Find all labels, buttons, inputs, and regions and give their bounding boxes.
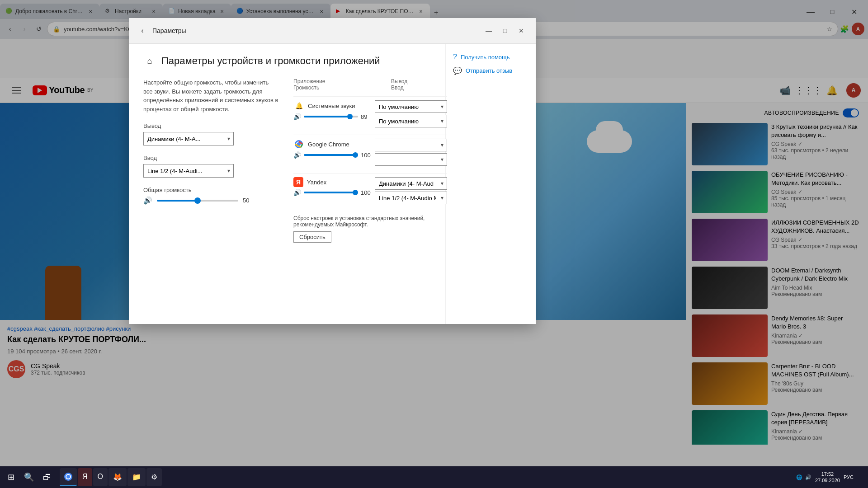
app-info-chrome: Google Chrome 🔊 100	[293, 139, 375, 159]
volume-icon[interactable]: 🔊	[805, 474, 811, 480]
app-icon-yandex: Я	[293, 177, 303, 187]
reset-description: Сброс настроек и установка стандартных з…	[293, 215, 447, 228]
app-vol-icon-system: 🔊	[293, 113, 301, 120]
yandex-input-select[interactable]: Line 1/2 (4- M-Audio M	[375, 192, 447, 204]
app-vol-icon-chrome: 🔊	[293, 151, 301, 159]
app-row-yandex: Я Yandex 🔊 100	[293, 173, 447, 204]
reset-section: Сброс настроек и установка стандартных з…	[293, 215, 447, 243]
chrome-output-wrapper	[375, 139, 447, 151]
system-input-wrapper: По умолчанию	[375, 115, 447, 127]
taskbar-chrome[interactable]	[60, 468, 77, 486]
input-label: Ввод	[143, 155, 279, 161]
yandex-output-select[interactable]: Динамики (4- M-Aud	[375, 177, 447, 190]
taskbar-lang[interactable]: РУС	[844, 474, 854, 480]
master-volume-value: 50	[243, 197, 255, 204]
output-device-select[interactable]: Динамики (4- М-А...	[143, 132, 234, 145]
dialog-title: Параметры	[152, 27, 186, 34]
system-input-select[interactable]: По умолчанию	[375, 115, 447, 127]
chrome-input-select[interactable]	[375, 153, 447, 166]
app-vol-slider-system[interactable]	[304, 116, 358, 117]
search-button[interactable]: 🔍	[20, 468, 38, 486]
dialog-main: ⌂ Параметры устройств и громкости прилож…	[129, 44, 445, 324]
help-icon-1: ?	[453, 53, 457, 61]
help-link-1[interactable]: ? Получить помощь	[453, 53, 528, 61]
taskbar: ⊞ 🔍 🗗 Я O 🦊 📁 ⚙ 🌐 🔊 17:52 27.09.2020 РУС	[0, 466, 868, 488]
input-device-select[interactable]: Line 1/2 (4- M-Audi...	[143, 164, 234, 178]
dialog-title-left: ‹ Параметры	[136, 24, 186, 37]
app-vol-slider-chrome[interactable]	[304, 154, 358, 156]
taskbar-time: 17:52	[815, 471, 840, 477]
app-selects-yandex: Динамики (4- M-Aud Line 1/2 (4- M-Audio …	[375, 177, 447, 204]
master-volume-label: Общая громкость	[143, 187, 279, 193]
app-row-system: 🔔 Системные звуки 🔊 89	[293, 96, 447, 127]
dialog-titlebar: ‹ Параметры — □ ✕	[129, 18, 536, 44]
help-link-2[interactable]: 💬 Отправить отзыв	[453, 66, 528, 75]
app-row-chrome: Google Chrome 🔊 100	[293, 135, 447, 166]
dialog-window-controls: — □ ✕	[481, 23, 528, 38]
master-volume-slider[interactable]	[157, 200, 238, 202]
app-vol-header: Приложение Громкость Вывод Ввод	[293, 78, 447, 93]
taskbar-opera[interactable]: O	[93, 468, 108, 486]
app-selects-system: По умолчанию По умолчанию	[375, 100, 447, 127]
app-col-output-label: Вывод	[391, 78, 407, 84]
app-name-row-system: 🔔 Системные звуки	[293, 100, 375, 111]
app-vol-value-yandex: 100	[361, 189, 373, 196]
app-name-row-yandex: Я Yandex	[293, 177, 375, 187]
taskbar-firefox[interactable]: 🦊	[108, 468, 127, 486]
dialog-back-button[interactable]: ‹	[136, 24, 149, 37]
dialog-page-header: ⌂ Параметры устройств и громкости прилож…	[143, 55, 431, 67]
chrome-input-wrapper	[375, 153, 447, 166]
taskbar-settings[interactable]: ⚙	[146, 468, 162, 486]
yandex-output-wrapper: Динамики (4- M-Aud	[375, 177, 447, 190]
taskbar-icons: 🌐 🔊	[796, 474, 811, 480]
app-vol-icon-yandex: 🔊	[293, 189, 301, 196]
start-button[interactable]: ⊞	[2, 468, 20, 486]
chrome-output-select[interactable]	[375, 139, 447, 151]
taskbar-date: 27.09.2020	[815, 477, 840, 483]
dialog-overlay: ‹ Параметры — □ ✕ ⌂ Параметры устройств …	[0, 0, 868, 466]
output-section: Вывод Динамики (4- М-А...	[143, 122, 279, 145]
app-col-input-label: Ввод	[391, 84, 407, 91]
taskbar-time-block: 17:52 27.09.2020	[815, 471, 840, 484]
taskbar-yandex[interactable]: Я	[78, 468, 92, 486]
svg-point-8	[66, 475, 70, 479]
network-icon[interactable]: 🌐	[796, 474, 802, 480]
app-vol-value-system: 89	[361, 113, 373, 120]
dialog-page-title: Параметры устройств и громкости приложен…	[161, 55, 380, 67]
app-info-system: 🔔 Системные звуки 🔊 89	[293, 100, 375, 120]
system-output-select[interactable]: По умолчанию	[375, 100, 447, 113]
dialog-close-btn[interactable]: ✕	[514, 23, 528, 38]
app-name-chrome: Google Chrome	[308, 141, 349, 148]
app-col-app-label: Приложение	[293, 78, 384, 84]
app-col-volume-label: Громкость	[293, 84, 384, 91]
dialog-body: ⌂ Параметры устройств и громкости прилож…	[129, 44, 536, 324]
app-vol-slider-yandex[interactable]	[304, 192, 358, 193]
feedback-icon: 💬	[453, 66, 462, 75]
master-vol-icon: 🔊	[143, 196, 152, 205]
app-name-yandex: Yandex	[307, 179, 326, 186]
dialog-minimize-btn[interactable]: —	[481, 23, 496, 38]
taskbar-right: 🌐 🔊 17:52 27.09.2020 РУС	[791, 471, 866, 484]
help-link-2-text: Отправить отзыв	[466, 67, 512, 74]
app-icon-system: 🔔	[293, 100, 304, 111]
master-volume-row: 🔊 50	[143, 196, 279, 205]
app-info-yandex: Я Yandex 🔊 100	[293, 177, 375, 196]
settings-dialog: ‹ Параметры — □ ✕ ⌂ Параметры устройств …	[129, 18, 536, 324]
input-section: Ввод Line 1/2 (4- M-Audi...	[143, 155, 279, 178]
task-view-button[interactable]: 🗗	[38, 468, 56, 486]
dialog-maximize-btn[interactable]: □	[498, 23, 512, 38]
app-vol-slider-row-system: 🔊 89	[293, 113, 375, 120]
app-vol-slider-row-chrome: 🔊 100	[293, 151, 375, 159]
taskbar-explorer[interactable]: 📁	[127, 468, 146, 486]
app-name-system: Системные звуки	[308, 103, 355, 109]
output-label: Вывод	[143, 122, 279, 129]
dialog-sidebar: ? Получить помощь 💬 Отправить отзыв	[445, 44, 536, 324]
app-vol-slider-row-yandex: 🔊 100	[293, 189, 375, 196]
help-link-1-text: Получить помощь	[461, 54, 510, 61]
taskbar-apps: Я O 🦊 📁 ⚙	[56, 468, 791, 486]
home-icon[interactable]: ⌂	[143, 55, 156, 67]
yandex-input-wrapper: Line 1/2 (4- M-Audio M	[375, 192, 447, 204]
reset-button[interactable]: Сбросить	[293, 231, 331, 243]
input-select-wrapper: Line 1/2 (4- M-Audi...	[143, 164, 234, 178]
app-selects-chrome	[375, 139, 447, 166]
